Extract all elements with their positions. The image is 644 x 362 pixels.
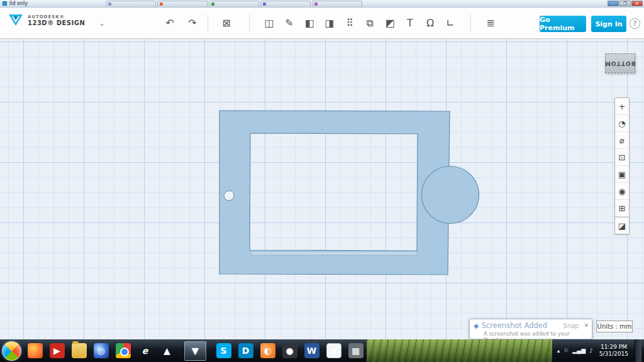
notification-close-icon[interactable]: ✕ (584, 322, 589, 329)
chrome-icon (116, 343, 131, 358)
modify-icon[interactable]: ◨ (321, 14, 338, 32)
taskbar-item-dell-support[interactable]: D (235, 341, 257, 361)
media-player-icon: ● (282, 343, 297, 358)
background-tab[interactable] (157, 1, 208, 7)
taskbar-item-file-explorer[interactable] (68, 341, 90, 361)
clock-date: 5/31/2015 (599, 351, 628, 358)
taskbar-item-notepad[interactable]: ≡ (323, 341, 345, 361)
taskbar-item-skype[interactable]: S (213, 341, 235, 361)
youtube-icon: ▶ (50, 343, 65, 358)
taskbar-item-game-app[interactable]: ◎ (90, 341, 112, 361)
start-button[interactable] (2, 341, 21, 361)
snap-tool-icon[interactable]: Ω (421, 14, 439, 32)
taskbar-item-firefox[interactable] (24, 341, 46, 361)
visibility-icon[interactable]: ◉ (615, 183, 629, 200)
modeling-canvas[interactable]: BOTTOM + ◔ ⌀ ⊡ ▣ ◉ ⊞ ◪ ◈ Screenshot Adde… (0, 39, 644, 339)
taskbar-item-word[interactable]: W (301, 341, 323, 361)
minimize-button[interactable]: – (608, 1, 619, 6)
view-cube[interactable]: BOTTOM (605, 53, 635, 73)
sign-in-button[interactable]: Sign In (591, 16, 626, 32)
window-titlebar: lid only – ❐ ✕ (0, 0, 644, 8)
123d-design-icon: ▼ (188, 343, 203, 358)
toolbar-separator (470, 14, 471, 32)
taskbar-item-chrome[interactable] (112, 341, 134, 361)
help-button[interactable]: ? (630, 18, 640, 29)
materials-icon[interactable]: ≣ (482, 14, 499, 32)
combine-icon[interactable]: ◩ (381, 14, 399, 32)
clock-time: 11:29 PM (599, 344, 628, 351)
show-hidden-icons[interactable]: ▴ (557, 348, 560, 354)
show-desktop-button[interactable] (635, 339, 641, 362)
orange-app-icon: ◐ (260, 343, 275, 358)
brand-text: AUTODESK® 123D® DESIGN (28, 14, 85, 26)
brand-autodesk: AUTODESK® (28, 14, 85, 19)
background-tab[interactable] (209, 1, 259, 7)
background-tabs (106, 1, 362, 7)
dell-icon: D (238, 343, 253, 358)
orbit-icon[interactable]: ◔ (615, 115, 629, 132)
go-premium-button[interactable]: Go Premium (540, 16, 586, 32)
internet-explorer-icon: e (138, 343, 153, 358)
taskbar-item-media-app[interactable]: ▲ (156, 341, 178, 361)
close-button[interactable]: ✕ (631, 1, 643, 6)
navigation-toolbar: + ◔ ⌀ ⊡ ▣ ◉ ⊞ ◪ (614, 97, 630, 234)
notification-title: Screenshot Added (481, 321, 547, 330)
lid-circle-tab[interactable] (422, 167, 479, 224)
taskbar: ▶ ◎ e ▲ ▼ S D ◐ ● W ≡ ▦ ▴ ⚐ (0, 339, 644, 362)
view-mode-icon[interactable]: ▣ (615, 166, 629, 183)
sketch-icon[interactable]: ✎ (280, 14, 298, 32)
app-logo[interactable]: AUTODESK® 123D® DESIGN (8, 13, 85, 28)
background-tab[interactable] (260, 1, 311, 7)
grouping-icon[interactable]: ⧉ (361, 14, 379, 32)
printer-app-icon: ▦ (348, 343, 364, 358)
lid-frame[interactable] (219, 111, 450, 275)
media-app-icon: ▲ (160, 343, 175, 358)
transform-icon[interactable]: ⊠ (218, 14, 235, 32)
firefox-icon (28, 343, 43, 358)
background-tab[interactable] (106, 1, 156, 7)
material-shade-icon[interactable]: ◪ (615, 217, 629, 234)
app-toolbar: AUTODESK® 123D® DESIGN ⌄ ↶ ↷ ⊠ ◫ ✎ ◧ ◨ ⠿… (0, 8, 644, 39)
taskbar-item-printer-app[interactable]: ▦ (345, 341, 367, 361)
game-app-icon: ◎ (94, 343, 109, 358)
pattern-icon[interactable]: ⠿ (341, 14, 358, 32)
taskbar-item-123d-design[interactable]: ▼ (184, 341, 206, 361)
primitives-icon[interactable]: ◫ (260, 14, 278, 32)
desktop-wallpaper-grass (367, 339, 552, 362)
taskbar-clock[interactable]: 11:29 PM 5/31/2015 (597, 344, 631, 358)
construct-icon[interactable]: ◧ (301, 14, 318, 32)
taskbar-item-internet-explorer[interactable]: e (134, 341, 156, 361)
window-title: lid only (9, 1, 28, 6)
units-indicator[interactable]: Units : mm (596, 321, 633, 332)
volume-icon[interactable]: ♪ (589, 348, 593, 354)
123d-logo-icon (8, 13, 24, 28)
maximize-button[interactable]: ❐ (619, 1, 631, 6)
word-icon: W (304, 343, 319, 358)
pan-icon[interactable]: + (615, 98, 629, 115)
background-tab[interactable] (312, 1, 362, 7)
network-icon[interactable]: ▂▄▆ (572, 348, 586, 354)
dropbox-notification[interactable]: ◈ Screenshot Added Snap ✕ A screenshot w… (469, 319, 592, 339)
taskbar-item-media-player[interactable]: ● (279, 341, 301, 361)
toolbar-separator (208, 14, 208, 32)
lid-model[interactable] (0, 39, 644, 339)
skype-icon: S (216, 343, 231, 358)
view-cube-label: BOTTOM (604, 60, 636, 67)
taskbar-item-orange-app[interactable]: ◐ (257, 341, 279, 361)
desktop: lid only – ❐ ✕ AUTODESK® 123D® DESIGN (0, 0, 644, 362)
dropbox-icon: ◈ (474, 322, 479, 330)
main-menu-caret[interactable]: ⌄ (93, 14, 111, 32)
action-center-icon[interactable]: ⚐ (564, 348, 569, 354)
fit-view-icon[interactable]: ⊡ (615, 149, 629, 166)
window-icon (3, 1, 7, 6)
zoom-icon[interactable]: ⌀ (615, 132, 629, 149)
undo-icon[interactable]: ↶ (161, 14, 179, 32)
notepad-icon: ≡ (326, 343, 341, 358)
text-tool-icon[interactable]: T (401, 14, 419, 32)
measure-icon[interactable]: ∟ (441, 14, 459, 32)
taskbar-item-youtube[interactable]: ▶ (46, 341, 68, 361)
brand-123d-design: 123D® DESIGN (28, 19, 85, 26)
lid-inner-ledge[interactable] (251, 251, 417, 255)
grid-settings-icon[interactable]: ⊞ (615, 200, 629, 217)
redo-icon[interactable]: ↷ (184, 14, 201, 32)
